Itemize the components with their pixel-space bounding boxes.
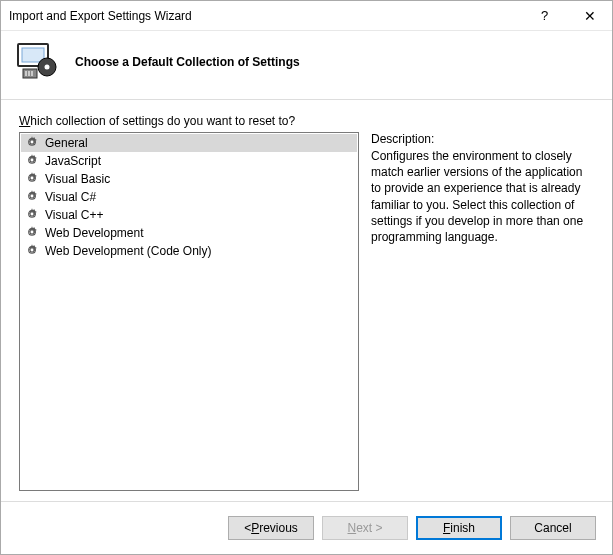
svg-point-22 — [31, 212, 34, 215]
list-item[interactable]: Visual Basic — [21, 170, 357, 188]
titlebar: Import and Export Settings Wizard ? ✕ — [1, 1, 612, 31]
list-item[interactable]: Visual C# — [21, 188, 357, 206]
gear-icon — [25, 207, 39, 224]
list-item-label: Web Development — [45, 226, 144, 240]
settings-listbox[interactable]: GeneralJavaScriptVisual BasicVisual C#Vi… — [19, 132, 359, 491]
list-item-label: Visual C# — [45, 190, 96, 204]
gear-icon — [25, 243, 39, 260]
list-item[interactable]: JavaScript — [21, 152, 357, 170]
gear-icon — [25, 171, 39, 188]
svg-point-16 — [31, 176, 34, 179]
list-item[interactable]: General — [21, 134, 357, 152]
help-button[interactable]: ? — [522, 1, 567, 30]
description-panel: Description: Configures the environment … — [371, 132, 594, 491]
svg-point-25 — [31, 230, 34, 233]
cancel-button[interactable]: Cancel — [510, 516, 596, 540]
close-button[interactable]: ✕ — [567, 1, 612, 30]
list-item-label: General — [45, 136, 88, 150]
wizard-window: Import and Export Settings Wizard ? ✕ Ch… — [0, 0, 613, 555]
page-title: Choose a Default Collection of Settings — [75, 55, 300, 69]
svg-rect-6 — [28, 71, 30, 76]
gear-icon — [25, 153, 39, 170]
svg-point-13 — [31, 158, 34, 161]
content-columns: GeneralJavaScriptVisual BasicVisual C#Vi… — [19, 132, 594, 491]
wizard-footer: < Previous Next > Finish Cancel — [1, 501, 612, 554]
svg-rect-7 — [31, 71, 33, 76]
list-item[interactable]: Web Development (Code Only) — [21, 242, 357, 260]
list-item-label: Web Development (Code Only) — [45, 244, 212, 258]
description-text: Configures the environment to closely ma… — [371, 148, 594, 245]
prompt-label: Which collection of settings do you want… — [19, 114, 594, 128]
list-item[interactable]: Web Development — [21, 224, 357, 242]
list-item-label: JavaScript — [45, 154, 101, 168]
svg-point-3 — [45, 65, 50, 70]
description-label: Description: — [371, 132, 594, 146]
wizard-body: Which collection of settings do you want… — [1, 100, 612, 501]
gear-icon — [25, 225, 39, 242]
svg-point-10 — [31, 140, 34, 143]
previous-button[interactable]: < Previous — [228, 516, 314, 540]
list-item-label: Visual Basic — [45, 172, 110, 186]
gear-icon — [25, 135, 39, 152]
gear-icon — [25, 189, 39, 206]
wizard-header: Choose a Default Collection of Settings — [1, 31, 612, 100]
svg-rect-5 — [25, 71, 27, 76]
list-item-label: Visual C++ — [45, 208, 103, 222]
finish-button[interactable]: Finish — [416, 516, 502, 540]
window-title: Import and Export Settings Wizard — [9, 9, 522, 23]
list-item[interactable]: Visual C++ — [21, 206, 357, 224]
next-button: Next > — [322, 516, 408, 540]
svg-point-19 — [31, 194, 34, 197]
settings-wizard-icon — [17, 43, 57, 81]
svg-point-28 — [31, 248, 34, 251]
